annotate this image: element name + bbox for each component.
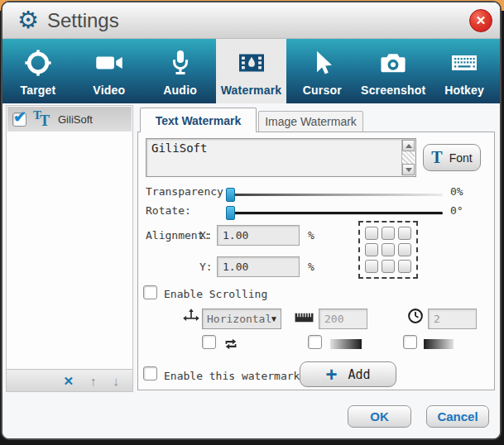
add-watermark-button[interactable]: + Add <box>300 361 396 387</box>
dropdown-arrow-icon: ▼ <box>270 314 278 323</box>
enable-scrolling-label: Enable Scrolling <box>164 288 267 300</box>
tab-image-watermark[interactable]: Image Watermark <box>258 111 363 132</box>
cursor-icon <box>307 48 337 78</box>
loop-checkbox[interactable] <box>202 335 216 349</box>
alignment-grid-button[interactable] <box>365 243 378 256</box>
delete-watermark-icon[interactable]: ✕ <box>63 375 74 387</box>
watermark-item-checkbox[interactable]: ✔ <box>12 112 26 127</box>
scroll-up-button[interactable] <box>402 140 415 151</box>
gradient-dark-to-light-swatch <box>424 339 454 349</box>
microphone-icon <box>166 48 195 78</box>
scroll-interval-input[interactable] <box>428 309 477 329</box>
settings-window: ⚙ Settings ✕ Target <box>1 1 502 440</box>
alignment-x-label: X: <box>199 229 213 242</box>
text-scrollbar[interactable] <box>401 140 415 175</box>
toolbar-item-watermark[interactable]: Watermark <box>216 39 287 103</box>
scroll-direction-value: Horizontal <box>207 313 271 325</box>
toolbar-item-video[interactable]: Video <box>74 39 145 103</box>
alignment-x-unit: % <box>308 229 314 242</box>
watermark-item-label: GiliSoft <box>58 113 93 126</box>
enable-this-watermark-checkbox[interactable] <box>143 366 157 380</box>
plus-icon: + <box>325 365 337 385</box>
gradient-light-to-dark-swatch <box>330 339 362 349</box>
toolbar-item-screenshot[interactable]: Screenshot <box>358 39 429 103</box>
toolbar-item-target[interactable]: Target <box>2 39 74 103</box>
text-watermark-panel: GiliSoft T Font Transparency: 0% Rotate: <box>137 132 495 390</box>
toolbar-label-screenshot: Screenshot <box>361 84 425 97</box>
watermark-list-toolbar: ✕ ↑ ↓ <box>7 369 132 391</box>
content-area: ✔ TT GiliSoft ✕ ↑ ↓ Text Watermark Image… <box>2 103 500 438</box>
alignment-grid-button[interactable] <box>398 227 411 240</box>
titlebar: ⚙ Settings ✕ <box>2 2 500 39</box>
toolbar-item-cursor[interactable]: Cursor <box>286 39 358 103</box>
transparency-label: Transparency: <box>146 185 230 198</box>
alignment-x-input[interactable] <box>217 225 300 246</box>
tab-text-watermark-label: Text Watermark <box>156 114 241 127</box>
add-button-label: Add <box>348 367 370 382</box>
alignment-grid-button[interactable] <box>398 260 411 273</box>
alignment-grid-button[interactable] <box>382 243 395 256</box>
gradient-dark-to-light-checkbox[interactable] <box>403 335 417 349</box>
font-button[interactable]: T Font <box>423 144 481 171</box>
watermark-icon <box>237 48 266 78</box>
font-t-icon: T <box>431 148 442 167</box>
close-icon: ✕ <box>476 13 487 28</box>
toolbar-label-cursor: Cursor <box>303 84 342 97</box>
ok-button[interactable]: OK <box>348 405 411 428</box>
alignment-y-input[interactable] <box>217 256 300 277</box>
text-watermark-type-icon: TT <box>33 110 51 128</box>
toolbar-label-video: Video <box>93 84 125 97</box>
scroll-down-button[interactable] <box>402 164 415 175</box>
move-up-icon[interactable]: ↑ <box>90 375 97 387</box>
enable-scrolling-checkbox[interactable] <box>143 285 157 299</box>
toolbar: Target Video Audio <box>2 39 500 103</box>
alignment-grid <box>358 221 418 279</box>
target-icon <box>23 48 53 78</box>
close-button[interactable]: ✕ <box>469 9 492 32</box>
toolbar-item-audio[interactable]: Audio <box>145 39 216 103</box>
move-down-icon[interactable]: ↓ <box>113 375 120 387</box>
watermark-text-input[interactable]: GiliSoft <box>146 138 416 177</box>
cancel-button[interactable]: Cancel <box>426 405 489 428</box>
scroll-direction-dropdown[interactable]: Horizontal ▼ <box>202 309 281 329</box>
gear-icon: ⚙ <box>17 8 39 32</box>
watermark-list-item-gilisoft[interactable]: ✔ TT GiliSoft <box>7 107 132 132</box>
alignment-grid-button[interactable] <box>382 260 395 273</box>
alignment-y-label: Y: <box>199 261 213 273</box>
alignment-grid-button[interactable] <box>365 227 378 240</box>
font-button-label: Font <box>449 151 473 165</box>
watermark-list: ✔ TT GiliSoft ✕ ↑ ↓ <box>6 105 133 392</box>
keyboard-icon <box>449 48 479 78</box>
rotate-value: 0° <box>450 204 463 217</box>
toolbar-label-watermark: Watermark <box>221 84 282 97</box>
transparency-slider[interactable] <box>231 194 443 196</box>
gradient-light-to-dark-checkbox[interactable] <box>308 335 322 349</box>
rotate-slider[interactable] <box>231 212 443 214</box>
alignment-grid-button[interactable] <box>398 243 411 256</box>
tab-image-watermark-label: Image Watermark <box>265 115 357 128</box>
rotate-slider-handle[interactable] <box>226 206 235 220</box>
video-camera-icon <box>94 48 124 78</box>
rotate-label: Rotate: <box>146 204 191 217</box>
scroll-distance-input[interactable] <box>319 309 367 329</box>
transparency-value: 0% <box>450 185 463 198</box>
watermark-text-value: GiliSoft <box>151 141 207 155</box>
alignment-grid-button[interactable] <box>365 260 378 273</box>
alignment-grid-button[interactable] <box>382 227 395 240</box>
toolbar-label-target: Target <box>20 84 55 97</box>
alignment-y-unit: % <box>308 261 314 273</box>
toolbar-label-audio: Audio <box>163 84 197 97</box>
transparency-slider-handle[interactable] <box>226 188 235 202</box>
cancel-button-label: Cancel <box>437 409 478 423</box>
ok-button-label: OK <box>370 409 389 423</box>
window-title: Settings <box>47 9 119 32</box>
enable-this-watermark-label: Enable this watermark <box>164 370 300 382</box>
toolbar-item-hotkey[interactable]: Hotkey <box>429 39 500 103</box>
tab-text-watermark[interactable]: Text Watermark <box>140 108 257 132</box>
screenshot-camera-icon <box>378 48 408 78</box>
checkmark-icon: ✔ <box>13 109 26 127</box>
toolbar-label-hotkey: Hotkey <box>444 84 484 97</box>
